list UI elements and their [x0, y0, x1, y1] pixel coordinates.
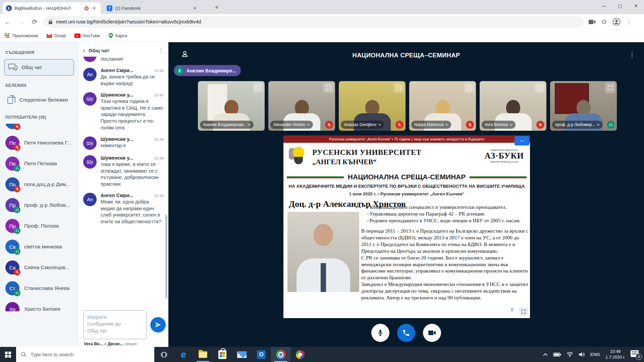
- language-indicator[interactable]: ENG: [590, 352, 600, 357]
- notes-header: БЕЛЕЖКИ: [5, 83, 73, 88]
- taskbar-clock[interactable]: 10:49 1.7.2020 г.: [605, 349, 625, 360]
- user-list-item[interactable]: Пр Проф. Попова: [4, 216, 74, 236]
- user-list-item[interactable]: По полк.доц.д-р Дим...: [4, 174, 74, 195]
- webcam-name-pill[interactable]: Anastas Gerdjikov: [341, 121, 384, 129]
- edge-icon[interactable]: e: [174, 347, 193, 362]
- chrome-icon[interactable]: [271, 347, 290, 362]
- clock-date: 1.7.2020 г.: [605, 355, 625, 360]
- chat-scrollbar[interactable]: [165, 215, 167, 299]
- browser-tab-facebook[interactable]: f (2) Facebook ✕: [103, 2, 201, 14]
- browser-menu-icon[interactable]: ⋮: [626, 18, 632, 25]
- user-list-item[interactable]: Ст Станислава Янева: [4, 278, 74, 299]
- flag-stripe: [287, 176, 344, 178]
- avatar: Ан: [83, 68, 97, 81]
- user-list-item[interactable]: Хр Христо Белоев: [4, 299, 74, 311]
- speaker-photo: [287, 212, 359, 292]
- minimize-presentation-button[interactable]: –: [515, 136, 529, 145]
- talking-indicator[interactable]: Анелия Владимиро...: [174, 65, 241, 76]
- muted-mic-icon: [325, 121, 333, 129]
- users-list: Пе Петя Николаева Г... Пе Петя Петкова П…: [4, 124, 74, 311]
- fullscreen-icon[interactable]: [535, 83, 545, 93]
- bookmark-star-icon[interactable]: [601, 19, 607, 25]
- bookmark-youtube[interactable]: YouTube: [74, 33, 100, 38]
- webcam-name-pill[interactable]: Alexander Hristov: [270, 121, 313, 129]
- tab-close-icon[interactable]: ✕: [91, 6, 97, 11]
- chat-title: Общ чат: [89, 48, 155, 53]
- profile-avatar-icon[interactable]: [612, 18, 621, 26]
- user-list-item[interactable]: Св светла минкова: [4, 236, 74, 257]
- chat-options-icon[interactable]: ⋮: [158, 47, 164, 54]
- forward-button[interactable]: →: [17, 18, 25, 26]
- sidebar: СЪОБЩЕНИЯ Общ чат БЕЛЕЖКИ Споделени беле…: [0, 42, 78, 347]
- camera-in-use-icon[interactable]: [588, 19, 596, 24]
- user-list-item[interactable]: Пр проф. д-р Любом...: [4, 195, 74, 216]
- avatar: [83, 57, 97, 62]
- fullscreen-icon[interactable]: [253, 83, 263, 93]
- fullscreen-icon[interactable]: [394, 83, 404, 93]
- shared-notes-icon: [7, 95, 15, 104]
- search-icon: [21, 352, 26, 357]
- chat-message: Шу Шуменски у...10:47 Тази нулева година…: [83, 92, 164, 131]
- start-button[interactable]: [0, 347, 16, 362]
- browser-tab-bigbluebutton[interactable]: b BigBlueButton - НАЦИОНАЛ ✕: [3, 2, 101, 14]
- tab-title: (2) Facebook: [115, 6, 189, 11]
- action-center-button[interactable]: 4: [631, 350, 641, 359]
- bookmark-gmail[interactable]: Gmail: [47, 33, 66, 38]
- message-input[interactable]: Изпрати съобщение до Общ чат: [84, 310, 147, 339]
- shared-notes-label: Споделени бележки: [19, 97, 68, 103]
- fullscreen-icon[interactable]: [605, 83, 615, 93]
- webcam-name-pill[interactable]: проф. д-р Любомир...: [552, 121, 603, 129]
- outlook-icon[interactable]: O: [252, 347, 271, 362]
- microsoft-store-icon[interactable]: [213, 347, 232, 362]
- paint-icon[interactable]: [290, 347, 310, 362]
- leave-audio-button[interactable]: [397, 324, 415, 342]
- user-list-item[interactable]: Пе Петя Петкова: [4, 153, 74, 174]
- webcam-tile: Anastas Gerdjikov: [339, 81, 406, 131]
- file-explorer-icon[interactable]: [193, 347, 213, 362]
- speaker-bio: Комуникационен специалист и университетс…: [361, 204, 528, 301]
- chat-back-icon[interactable]: ‹: [83, 47, 85, 54]
- taskbar-search[interactable]: Type here to search: [16, 347, 154, 362]
- webcam-name-pill[interactable]: Nadya Marinova: [411, 121, 451, 129]
- avatar: Пе: [5, 157, 19, 171]
- window-close-button[interactable]: ✕: [628, 0, 644, 11]
- webcam-name-pill[interactable]: Vera Boneva: [482, 121, 516, 129]
- webcam-name-pill[interactable]: Анелия Владимирова ...: [200, 121, 254, 129]
- bookmark-maps[interactable]: Карти: [109, 33, 127, 39]
- bookmark-apps[interactable]: Приложения: [5, 33, 38, 39]
- avatar: Ан: [83, 193, 97, 206]
- chevron-down-icon: [509, 124, 513, 126]
- share-webcam-button[interactable]: [423, 324, 441, 342]
- mute-button[interactable]: [371, 324, 389, 342]
- task-view-button[interactable]: [154, 347, 174, 362]
- url-text: meet.uni-ruse.bg/html5client/join?sessio…: [56, 19, 201, 24]
- users-header: ПОТРЕБИТЕЛИ (38): [5, 115, 73, 120]
- tab-close-icon[interactable]: ✕: [192, 6, 198, 11]
- sidebar-item-shared-notes[interactable]: Споделени бележки: [4, 92, 74, 108]
- microphone-icon: [377, 329, 384, 337]
- new-tab-button[interactable]: +: [215, 4, 219, 11]
- chat-message: Шу Шуменски у...10:48 това е време, в ко…: [83, 155, 164, 187]
- user-list-item[interactable]: Си Сияна Смолецов...: [4, 257, 74, 278]
- sidebar-item-public-chat[interactable]: Общ чат: [4, 59, 74, 76]
- reload-button[interactable]: ⟳: [30, 18, 39, 26]
- window-maximize-button[interactable]: ▢: [612, 0, 628, 11]
- address-bar[interactable]: meet.uni-ruse.bg/html5client/join?sessio…: [44, 16, 584, 27]
- send-message-button[interactable]: [150, 317, 166, 333]
- fullscreen-icon[interactable]: [323, 83, 333, 93]
- muted-mic-icon: [395, 121, 404, 129]
- mail-icon[interactable]: [232, 347, 252, 362]
- user-list-item[interactable]: Пе Петя Николаева Г...: [4, 132, 74, 153]
- user-list-item[interactable]: [4, 124, 74, 132]
- speaker-icon[interactable]: [579, 352, 585, 357]
- phone-icon: [402, 329, 410, 337]
- hidden-icons-chevron[interactable]: [543, 353, 548, 356]
- avatar: Св: [5, 240, 19, 254]
- presentation-fullscreen-button[interactable]: [519, 307, 528, 316]
- window-minimize-button[interactable]: —: [596, 0, 612, 11]
- back-button[interactable]: ←: [3, 18, 12, 26]
- meeting-options-icon[interactable]: ⋮: [629, 51, 635, 59]
- fullscreen-icon[interactable]: [464, 83, 474, 93]
- battery-icon[interactable]: [553, 352, 561, 357]
- wifi-icon[interactable]: [567, 352, 573, 357]
